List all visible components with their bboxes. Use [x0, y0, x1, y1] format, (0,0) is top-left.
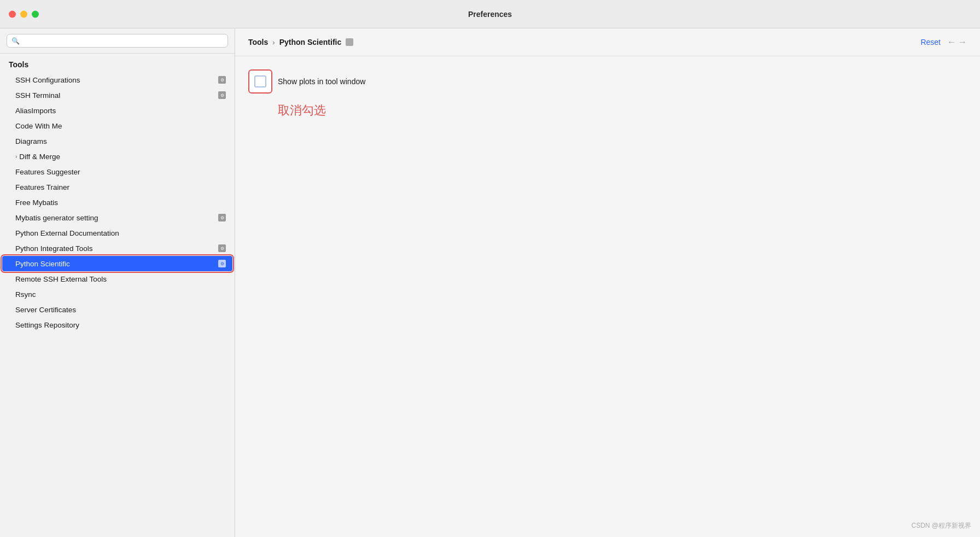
- sidebar-item-label: Server Certificates: [15, 306, 76, 314]
- chevron-icon: ›: [15, 154, 17, 160]
- settings-icon-active: ⚙: [218, 260, 226, 267]
- sidebar-item-python-external-docs[interactable]: Python External Documentation: [0, 225, 235, 241]
- sidebar-item-free-mybatis[interactable]: Free Mybatis: [0, 195, 235, 210]
- breadcrumb-settings-icon: [346, 38, 353, 46]
- forward-button[interactable]: →: [958, 37, 967, 47]
- header-right: Reset ← →: [920, 37, 967, 47]
- breadcrumb-current: Python Scientific: [279, 38, 342, 46]
- sidebar-item-features-suggester[interactable]: Features Suggester: [0, 164, 235, 179]
- close-button[interactable]: [9, 10, 16, 17]
- sidebar-item-code-with-me[interactable]: Code With Me: [0, 118, 235, 133]
- sidebar-item-label: Settings Repository: [15, 321, 79, 329]
- sidebar-item-label: Python Scientific: [15, 260, 70, 268]
- sidebar-item-label: SSH Terminal: [15, 91, 60, 100]
- annotation-text: 取消勾选: [278, 102, 967, 119]
- breadcrumb: Tools › Python Scientific: [248, 38, 353, 46]
- sidebar-item-label: Features Suggester: [15, 168, 80, 176]
- item-left: › Diff & Merge: [15, 153, 60, 161]
- sidebar-item-ssh-configurations[interactable]: SSH Configurations ⚙: [0, 72, 235, 87]
- content-header: Tools › Python Scientific Reset ← →: [235, 28, 980, 56]
- search-bar: 🔍: [0, 28, 235, 54]
- window-title: Preferences: [468, 10, 512, 19]
- minimize-button[interactable]: [20, 10, 27, 17]
- sidebar-item-label: Free Mybatis: [15, 199, 58, 207]
- sidebar-item-remote-ssh[interactable]: Remote SSH External Tools: [0, 271, 235, 287]
- window-controls: [9, 10, 39, 17]
- sidebar-item-ssh-terminal[interactable]: SSH Terminal ⚙: [0, 87, 235, 103]
- sidebar-item-alias-imports[interactable]: AliasImports: [0, 103, 235, 118]
- sidebar-item-settings-repository[interactable]: Settings Repository: [0, 317, 235, 332]
- search-input[interactable]: [23, 37, 223, 45]
- maximize-button[interactable]: [32, 10, 39, 17]
- back-button[interactable]: ←: [947, 37, 956, 47]
- sidebar-item-label: Rsync: [15, 290, 36, 299]
- title-bar: Preferences: [0, 0, 980, 28]
- sidebar-content: Tools SSH Configurations ⚙ SSH Terminal …: [0, 54, 235, 537]
- sidebar-item-label: Remote SSH External Tools: [15, 275, 107, 283]
- sidebar-item-diff-merge[interactable]: › Diff & Merge: [0, 149, 235, 164]
- sidebar-item-label: Diagrams: [15, 137, 47, 145]
- sidebar-item-mybatis-generator[interactable]: Mybatis generator setting ⚙: [0, 210, 235, 225]
- settings-icon: ⚙: [218, 214, 226, 221]
- sidebar-item-diagrams[interactable]: Diagrams: [0, 133, 235, 149]
- breadcrumb-root: Tools: [248, 38, 268, 46]
- content-body: Show plots in tool window 取消勾选: [235, 56, 980, 537]
- breadcrumb-separator: ›: [272, 38, 275, 46]
- search-wrapper[interactable]: 🔍: [7, 34, 228, 48]
- sidebar-item-label: AliasImports: [15, 107, 56, 115]
- nav-arrows: ← →: [947, 37, 967, 47]
- sidebar-item-python-integrated-tools[interactable]: Python Integrated Tools ⚙: [0, 241, 235, 256]
- checkbox-row: Show plots in tool window: [248, 69, 967, 94]
- main-container: 🔍 Tools SSH Configurations ⚙ SSH Termina…: [0, 28, 980, 537]
- settings-icon: ⚙: [218, 76, 226, 84]
- sidebar-item-label: Diff & Merge: [19, 153, 60, 161]
- sidebar-item-python-scientific[interactable]: Python Scientific ⚙: [2, 256, 232, 271]
- sidebar-item-label: Mybatis generator setting: [15, 214, 98, 222]
- sidebar-item-server-certificates[interactable]: Server Certificates: [0, 302, 235, 317]
- reset-button[interactable]: Reset: [920, 38, 941, 46]
- checkbox-wrapper[interactable]: [248, 69, 272, 94]
- sidebar-item-label: SSH Configurations: [15, 76, 80, 84]
- settings-icon: ⚙: [218, 244, 226, 252]
- settings-icon: ⚙: [218, 91, 226, 99]
- sidebar: 🔍 Tools SSH Configurations ⚙ SSH Termina…: [0, 28, 235, 537]
- sidebar-item-features-trainer[interactable]: Features Trainer: [0, 179, 235, 195]
- sidebar-item-label: Python Integrated Tools: [15, 244, 93, 253]
- show-plots-checkbox[interactable]: [254, 75, 266, 87]
- watermark: CSDN @程序新视界: [911, 521, 971, 530]
- sidebar-item-rsync[interactable]: Rsync: [0, 287, 235, 302]
- sidebar-item-label: Code With Me: [15, 122, 62, 130]
- sidebar-section-tools: Tools: [0, 58, 235, 72]
- search-icon: 🔍: [11, 37, 20, 45]
- checkbox-label: Show plots in tool window: [278, 77, 365, 86]
- sidebar-item-label: Python External Documentation: [15, 229, 119, 237]
- content-area: Tools › Python Scientific Reset ← → Show…: [235, 28, 980, 537]
- sidebar-item-label: Features Trainer: [15, 183, 69, 191]
